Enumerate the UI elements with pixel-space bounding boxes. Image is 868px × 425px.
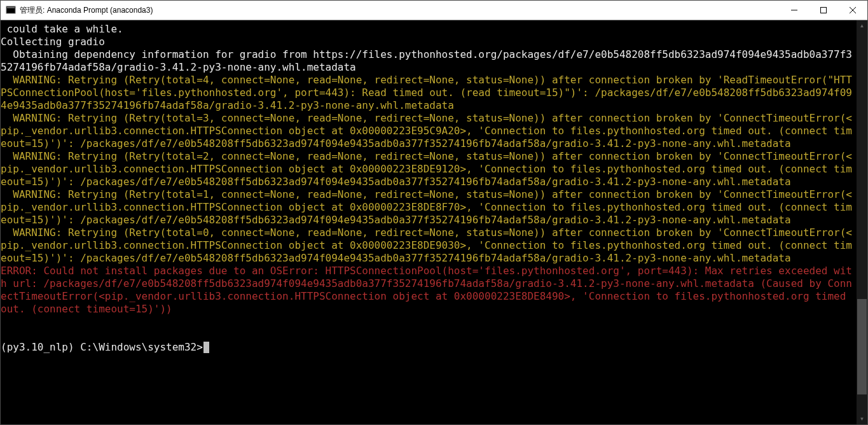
terminal-warning-line: WARNING: Retrying (Retry(total=0, connec…: [1, 226, 852, 264]
svg-rect-3: [821, 8, 827, 13]
terminal-output[interactable]: could take a while. Collecting gradio Ob…: [1, 20, 857, 424]
terminal-error-line: ERROR: Could not install packages due to…: [1, 265, 852, 315]
terminal-line: Obtaining dependency information for gra…: [1, 48, 852, 73]
terminal-warning-line: WARNING: Retrying (Retry(total=2, connec…: [1, 150, 852, 188]
terminal-cursor: [203, 342, 209, 353]
window-title: 管理员: Anaconda Prompt (anaconda3): [20, 5, 153, 16]
svg-rect-1: [7, 7, 15, 8]
maximize-button[interactable]: [809, 1, 838, 20]
window-frame: 管理员: Anaconda Prompt (anaconda3) could t…: [0, 0, 868, 425]
terminal-warning-line: WARNING: Retrying (Retry(total=3, connec…: [1, 112, 852, 150]
terminal-prompt: (py3.10_nlp) C:\Windows\system32>: [1, 341, 203, 353]
vertical-scrollbar[interactable]: ▲ ▼: [857, 20, 867, 424]
terminal-client-area: could take a while. Collecting gradio Ob…: [1, 20, 867, 424]
app-icon: [6, 5, 16, 15]
terminal-warning-line: WARNING: Retrying (Retry(total=4, connec…: [1, 74, 852, 111]
scrollbar-up-arrow-icon[interactable]: ▲: [857, 20, 867, 31]
scrollbar-thumb[interactable]: [857, 299, 867, 394]
close-button[interactable]: [838, 1, 867, 20]
terminal-warning-line: WARNING: Retrying (Retry(total=1, connec…: [1, 188, 852, 226]
terminal-line: could take a while.: [1, 23, 123, 35]
terminal-line: Collecting gradio: [1, 36, 105, 48]
scrollbar-down-arrow-icon[interactable]: ▼: [857, 414, 867, 424]
title-bar[interactable]: 管理员: Anaconda Prompt (anaconda3): [1, 1, 867, 20]
scrollbar-track[interactable]: [857, 31, 867, 414]
minimize-button[interactable]: [780, 1, 809, 20]
